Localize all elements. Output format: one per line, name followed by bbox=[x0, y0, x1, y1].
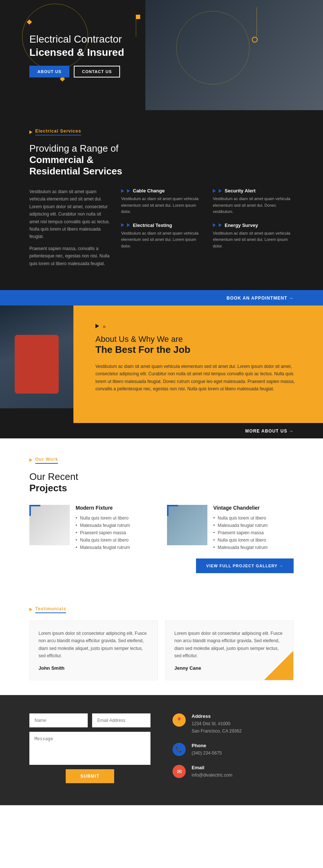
service-desc-energy: Vestibulum ac diam sit amet quam vehicul… bbox=[213, 230, 294, 250]
project-info-modern: Modern Fixture Nulla quis lorem ut liber… bbox=[76, 505, 130, 551]
email-text: Email info@divalectric.com bbox=[192, 765, 232, 779]
multimeter-image bbox=[15, 335, 59, 394]
testimonial-text-2: Lorem ipsum dolor sit consectetur adipis… bbox=[174, 630, 284, 660]
hero-small-circle bbox=[252, 37, 258, 43]
email-input[interactable] bbox=[92, 713, 150, 727]
project-list-vintage: Nulla quis lorem ut libero Malesuada feu… bbox=[213, 514, 268, 551]
service-title-energy: Energy Survey bbox=[225, 223, 258, 228]
testimonials-grid: Lorem ipsum dolor sit consectetur adipis… bbox=[29, 621, 294, 681]
service-items-col2: Security Alert Vestibulum ac diam sit am… bbox=[213, 188, 294, 272]
list-item: Praesent sapien massa bbox=[213, 529, 268, 536]
chevron-icon-2 bbox=[127, 189, 130, 193]
service-item-cable: Cable Change Vestibulum ac diam sit amet… bbox=[121, 188, 202, 215]
list-item: Malesuada feugiat rutrum bbox=[213, 544, 268, 551]
testimonials-tag-label: Testimonials bbox=[35, 606, 66, 613]
contact-phone: 📞 Phone (340) 234-5675 bbox=[173, 743, 294, 757]
services-grid: Vestibulum ac diam sit amet quam vehicul… bbox=[29, 188, 294, 272]
location-icon: 📍 bbox=[173, 713, 186, 727]
hero-line-2 bbox=[257, 7, 257, 37]
about-image-overlay bbox=[0, 408, 73, 423]
services-tag-label: Electrical Services bbox=[35, 129, 81, 135]
list-item: Nulla quis lorem ut libero bbox=[213, 536, 268, 544]
service-title-security: Security Alert bbox=[225, 188, 255, 194]
projects-tag: Our Work bbox=[29, 457, 294, 464]
project-thumb-modern bbox=[29, 505, 70, 545]
about-section: About Us & Why We are The Best For the J… bbox=[0, 305, 323, 423]
projects-section: Our Work Our Recent Projects Modern Fixt… bbox=[0, 438, 323, 592]
project-thumb-border-blue bbox=[167, 505, 178, 516]
message-input[interactable] bbox=[29, 732, 150, 765]
project-thumb-border bbox=[29, 505, 40, 516]
testimonial-author-1: John Smith bbox=[39, 665, 65, 671]
services-tag-triangle bbox=[29, 130, 32, 134]
testimonial-card-2: Lorem ipsum dolor sit consectetur adipis… bbox=[165, 621, 294, 681]
contact-email: ✉ Email info@divalectric.com bbox=[173, 765, 294, 779]
service-title-testing: Electrical Testing bbox=[133, 223, 172, 228]
service-items-col1: Cable Change Vestibulum ac diam sit amet… bbox=[121, 188, 202, 272]
gallery-bar: VIEW FULL PROJECT GALLERY → bbox=[29, 558, 294, 573]
project-card-modern: Modern Fixture Nulla quis lorem ut liber… bbox=[29, 505, 156, 551]
hero-circle-decoration-2 bbox=[176, 11, 250, 84]
list-item: Nulla quis lorem ut libero bbox=[76, 514, 130, 522]
services-section: Electrical Services Providing a Range of… bbox=[0, 110, 323, 290]
service-item-testing: Electrical Testing Vestibulum ac diam si… bbox=[121, 223, 202, 250]
projects-heading: Our Recent Projects bbox=[29, 471, 294, 494]
service-title-cable: Cable Change bbox=[133, 188, 165, 194]
about-tag bbox=[95, 324, 301, 330]
about-us-button[interactable]: ABOUT US bbox=[29, 66, 69, 77]
chevron-icon-6 bbox=[219, 189, 222, 193]
services-description: Vestibulum ac diam sit amet quam vehicul… bbox=[29, 188, 110, 272]
contact-info: 📍 Address 1234 Dist St. #1000San Francis… bbox=[173, 713, 294, 787]
services-heading: Providing a Range of Commercial & Reside… bbox=[29, 143, 294, 177]
chevron-icon-7 bbox=[213, 223, 216, 227]
testimonials-tag: Testimonials bbox=[29, 606, 294, 613]
about-image-inner bbox=[0, 305, 73, 423]
projects-tag-label: Our Work bbox=[35, 457, 58, 464]
hero-content: Electrical Contractor Licensed & Insured… bbox=[29, 33, 124, 78]
testimonials-section: Testimonials Lorem ipsum dolor sit conse… bbox=[0, 592, 323, 695]
phone-icon: 📞 bbox=[173, 743, 186, 756]
contact-address: 📍 Address 1234 Dist St. #1000San Francis… bbox=[173, 713, 294, 734]
book-appointment-link[interactable]: BOOK AN APPOINTMENT → bbox=[226, 296, 294, 301]
service-desc-security: Vestibulum ac diam sit amet quam vehicul… bbox=[213, 196, 294, 215]
service-item-energy: Energy Survey Vestibulum ac diam sit ame… bbox=[213, 223, 294, 250]
chevron-icon-4 bbox=[127, 223, 130, 227]
more-about-link[interactable]: MORE ABOUT US → bbox=[245, 428, 294, 434]
list-item: Nulla quis lorem ut libero bbox=[213, 514, 268, 522]
testimonials-tag-triangle bbox=[29, 608, 32, 611]
about-content: About Us & Why We are The Best For the J… bbox=[73, 305, 323, 423]
name-input[interactable] bbox=[29, 713, 88, 727]
contact-section: SUBMIT 📍 Address 1234 Dist St. #1000San … bbox=[0, 695, 323, 805]
contact-us-button[interactable]: CONTACT US bbox=[74, 66, 120, 77]
chevron-icon-3 bbox=[121, 223, 124, 227]
hero-section: Electrical Contractor Licensed & Insured… bbox=[0, 0, 323, 110]
contact-form: SUBMIT bbox=[29, 713, 150, 787]
service-item-security: Security Alert Vestibulum ac diam sit am… bbox=[213, 188, 294, 215]
list-item: Nulla quis lorem ut libero bbox=[76, 536, 130, 544]
list-item: Malesuada feugiat rutrum bbox=[76, 522, 130, 529]
about-description: Vestibulum ac diam sit amet quam vehicul… bbox=[95, 363, 301, 393]
submit-button[interactable]: SUBMIT bbox=[66, 769, 114, 783]
about-tag-triangle bbox=[95, 324, 99, 328]
chevron-icon bbox=[121, 189, 124, 193]
testimonial-text-1: Lorem ipsum dolor sit consectetur adipis… bbox=[39, 630, 149, 660]
list-item: Praesent sapien massa bbox=[76, 529, 130, 536]
projects-tag-triangle bbox=[29, 458, 32, 462]
testimonial-author-2: Jenny Cane bbox=[174, 665, 201, 671]
project-title-modern: Modern Fixture bbox=[76, 505, 130, 511]
about-tag-dot bbox=[103, 326, 105, 328]
about-heading: About Us & Why We are The Best For the J… bbox=[95, 334, 301, 355]
project-info-vintage: Vintage Chandelier Nulla quis lorem ut l… bbox=[213, 505, 268, 551]
hero-buttons: ABOUT US CONTACT US bbox=[29, 66, 124, 77]
project-title-vintage: Vintage Chandelier bbox=[213, 505, 268, 511]
view-gallery-button[interactable]: VIEW FULL PROJECT GALLERY → bbox=[196, 558, 294, 573]
project-thumb-vintage bbox=[167, 505, 207, 545]
service-desc-testing: Vestibulum ac diam sit amet quam vehicul… bbox=[121, 230, 202, 250]
email-icon: ✉ bbox=[173, 765, 186, 778]
project-list-modern: Nulla quis lorem ut libero Malesuada feu… bbox=[76, 514, 130, 551]
about-image bbox=[0, 305, 73, 423]
chevron-icon-5 bbox=[213, 189, 216, 193]
book-appointment-bar: BOOK AN APPOINTMENT → bbox=[0, 290, 323, 305]
phone-text: Phone (340) 234-5675 bbox=[192, 743, 222, 757]
hero-heading: Electrical Contractor Licensed & Insured bbox=[29, 33, 124, 59]
